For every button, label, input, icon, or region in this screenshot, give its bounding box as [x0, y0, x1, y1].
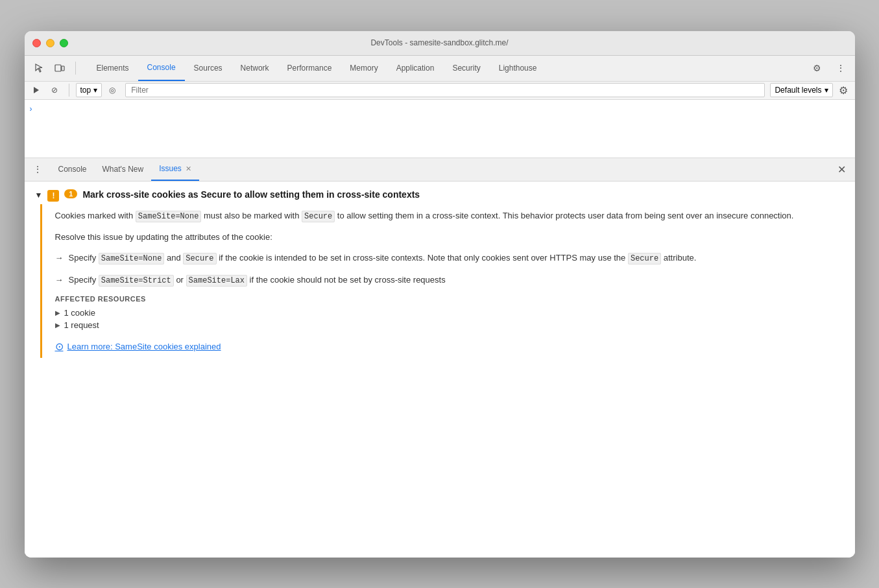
tab-lighthouse[interactable]: Lighthouse	[490, 56, 546, 81]
console-chevron-icon[interactable]: ›	[30, 104, 32, 113]
tab-application[interactable]: Application	[387, 56, 444, 81]
issues-panel: ▼ ! 1 Mark cross-site cookies as Secure …	[25, 182, 855, 558]
tab-close-icon[interactable]: ✕	[186, 165, 191, 173]
issue-toggle[interactable]: ▼	[35, 191, 43, 200]
issue-title: Mark cross-site cookies as Secure to all…	[82, 189, 420, 200]
learn-more-link[interactable]: ⊙ Learn more: SameSite cookies explained	[55, 340, 845, 353]
tab-performance[interactable]: Performance	[278, 56, 341, 81]
context-selector[interactable]: top ▾	[76, 83, 102, 97]
devtools-window: DevTools - samesite-sandbox.glitch.me/ E…	[25, 31, 855, 558]
svg-rect-0	[55, 65, 61, 71]
top-tab-actions: ⚙ ⋮	[808, 59, 850, 77]
code-samesite-none-1: SameSite=None	[136, 211, 202, 222]
title-bar: DevTools - samesite-sandbox.glitch.me/	[25, 31, 855, 56]
code-secure-1: Secure	[302, 211, 335, 222]
issue-detail: Cookies marked with SameSite=None must a…	[40, 204, 845, 358]
code-secure-2: Secure	[183, 253, 216, 265]
window-title: DevTools - samesite-sandbox.glitch.me/	[370, 38, 508, 47]
inspect-icon[interactable]	[30, 59, 48, 77]
svg-marker-2	[34, 87, 39, 93]
divider2	[69, 84, 69, 97]
code-samesite-none-2: SameSite=None	[99, 253, 165, 265]
issue-header-row: ▼ ! 1 Mark cross-site cookies as Secure …	[35, 189, 845, 202]
code-secure-3: Secure	[628, 253, 661, 265]
warning-icon: !	[47, 190, 59, 202]
more-vert-icon[interactable]: ⋮	[832, 59, 850, 77]
request-count: 1 request	[64, 320, 99, 330]
bullet-arrow-2: →	[55, 274, 64, 287]
divider	[75, 62, 76, 75]
traffic-lights	[32, 39, 68, 47]
issue-description: Cookies marked with SameSite=None must a…	[55, 209, 845, 223]
panel-close-button[interactable]: ✕	[834, 161, 850, 177]
top-tab-bar: Elements Console Sources Network Perform…	[25, 56, 855, 82]
bullet-arrow-1: →	[55, 252, 64, 265]
bottom-tab-bar: ⋮ Console What's New Issues ✕ ✕	[25, 158, 855, 182]
tab-elements[interactable]: Elements	[88, 56, 138, 81]
tab-memory[interactable]: Memory	[341, 56, 387, 81]
bottom-panel: ⋮ Console What's New Issues ✕ ✕ ▼ ! 1	[25, 158, 855, 558]
console-settings-icon[interactable]: ⚙	[836, 82, 851, 98]
affected-resources-title: AFFECTED RESOURCES	[55, 295, 845, 303]
code-samesite-lax: SameSite=Lax	[186, 275, 247, 287]
top-icons	[30, 59, 80, 77]
settings-icon[interactable]: ⚙	[808, 59, 826, 77]
filter-input[interactable]	[125, 83, 765, 97]
tab-console[interactable]: Console	[138, 56, 185, 81]
tab-sources[interactable]: Sources	[185, 56, 232, 81]
svg-rect-1	[62, 66, 64, 71]
request-expand-icon: ▶	[55, 322, 60, 329]
bullet-item-2: → Specify SameSite=Strict or SameSite=La…	[55, 274, 845, 287]
console-toolbar: ⊘ top ▾ ◎ Default levels ▾ ⚙	[25, 82, 855, 100]
levels-chevron-icon: ▾	[825, 86, 828, 95]
code-samesite-strict: SameSite=Strict	[99, 275, 174, 287]
request-resource-item[interactable]: ▶ 1 request	[55, 320, 845, 330]
bullet-2-text: Specify SameSite=Strict or SameSite=Lax …	[69, 274, 446, 287]
cookie-resource-item[interactable]: ▶ 1 cookie	[55, 308, 845, 318]
cookie-count: 1 cookie	[64, 308, 95, 318]
tab-whats-new[interactable]: What's New	[95, 158, 152, 181]
learn-more-icon: ⊙	[55, 340, 64, 353]
cookie-expand-icon: ▶	[55, 309, 60, 316]
bullet-1-text: Specify SameSite=None and Secure if the …	[69, 252, 697, 265]
bullet-item-1: → Specify SameSite=None and Secure if th…	[55, 252, 845, 265]
play-icon[interactable]	[29, 82, 44, 98]
tab-console-bottom[interactable]: Console	[51, 158, 95, 181]
device-icon[interactable]	[51, 59, 69, 77]
maximize-button[interactable]	[60, 39, 68, 47]
tab-issues[interactable]: Issues ✕	[151, 158, 199, 181]
close-button[interactable]	[32, 39, 41, 47]
resolve-text: Resolve this issue by updating the attri…	[55, 231, 845, 244]
console-output: ›	[25, 100, 855, 158]
tab-network[interactable]: Network	[232, 56, 278, 81]
chevron-down-icon: ▾	[93, 86, 97, 95]
tab-security[interactable]: Security	[443, 56, 489, 81]
bottom-menu-icon[interactable]: ⋮	[30, 161, 45, 177]
top-tabs: Elements Console Sources Network Perform…	[88, 56, 808, 81]
minimize-button[interactable]	[46, 39, 54, 47]
eye-icon[interactable]: ◎	[104, 82, 120, 98]
default-levels-selector[interactable]: Default levels ▾	[770, 83, 832, 97]
block-icon[interactable]: ⊘	[47, 82, 62, 98]
issue-count-badge: 1	[64, 189, 77, 198]
learn-more-text: Learn more: SameSite cookies explained	[67, 342, 221, 351]
